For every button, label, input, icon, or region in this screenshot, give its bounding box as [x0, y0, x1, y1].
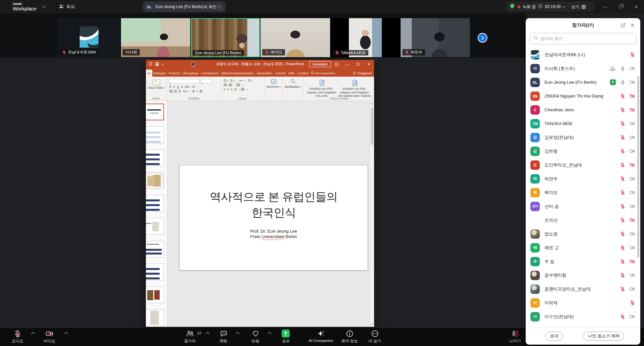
participant-row[interactable]: 이이서희 (호스트) [526, 62, 640, 75]
tab-shared-screen[interactable]: EL Eun-Jeung Lee (FU Berlin)의 화면 ⋯ [143, 1, 226, 12]
scroll-down-arrow-icon[interactable]: ▼ [370, 323, 374, 326]
ppt-minimize-button[interactable]: — [342, 60, 353, 69]
participant-row[interactable]: ELEun-Jeung Lee (FU Berlin) [526, 75, 640, 89]
participant-row[interactable]: TMTANAKA MOE [526, 117, 640, 130]
participant-row[interactable]: 김김하령 [526, 144, 640, 158]
share-button[interactable]: 공유 [267, 330, 304, 344]
participant-row[interactable]: 2N256304 Nguyen Thi Hai Giang [526, 89, 640, 103]
participants-button[interactable]: 27 참가자 [171, 330, 208, 344]
screen-tab-more-button[interactable]: ⋯ [216, 3, 223, 10]
unmute-self-button[interactable]: 나만 음소거 해제 [583, 332, 624, 341]
participants-scrollbar-thumb[interactable] [637, 76, 639, 258]
ribbon-collapse-chevron-icon[interactable]: ⌃ [370, 97, 373, 100]
scroll-up-arrow-icon[interactable]: ▲ [370, 102, 374, 105]
participant-row[interactable]: 박박찬우 [526, 172, 640, 186]
video-tile-4[interactable]: 백지민 [260, 18, 330, 57]
security-shield-icon[interactable] [509, 3, 515, 10]
ppt-tab-entwurf[interactable]: Entwurf [168, 70, 181, 77]
participant-row[interactable]: 백백지민 [526, 186, 640, 199]
participant-row[interactable]: 김김유정(전남대) [526, 130, 640, 144]
participant-row[interactable]: 이이수인(전남대) [526, 310, 640, 323]
paragraph-indent-buttons[interactable]: | [222, 83, 263, 87]
paragraph-list-buttons[interactable]: ☰☱| ≔|⇅ [222, 78, 263, 83]
slide-thumbnail-8[interactable] [146, 264, 164, 280]
participant-row[interactable]: 양소영 [526, 227, 640, 241]
view-grid-icon[interactable] [582, 5, 586, 9]
video-button[interactable]: 비디오 [31, 330, 68, 344]
font-style-buttons[interactable]: FKUSabcAV [168, 84, 219, 89]
filmstrip-next-button[interactable] [478, 33, 487, 43]
scrollbar-thumb[interactable] [371, 108, 373, 145]
paragraph-align-buttons[interactable]: ≡≡≡≣| [222, 87, 263, 91]
ppt-tab-acrobat[interactable]: Acrobat [296, 70, 310, 77]
panel-close-icon[interactable]: ✕ [630, 23, 635, 28]
video-tile-1[interactable]: 전남대국문과BK [58, 18, 120, 57]
font-size-combobox[interactable] [201, 79, 212, 83]
timer-chevron-down-icon[interactable] [563, 5, 565, 7]
slide-thumbnail-7[interactable] [146, 241, 164, 258]
popout-icon[interactable] [620, 23, 626, 28]
chat-button[interactable]: 채팅 [205, 330, 242, 344]
slide-thumbnail-3[interactable] [146, 149, 164, 166]
video-tile-3[interactable]: Eun-Jeung Lee (FU Berlin) [191, 18, 260, 57]
font-name-combobox[interactable] [169, 79, 200, 83]
participant-row[interactable]: 손의선 [526, 213, 640, 227]
ppt-tab-einf-gen[interactable]: Einfügen [152, 70, 168, 77]
view-label[interactable]: 보기 [571, 4, 579, 10]
ppt-tab--berg-nge[interactable]: Übergänge [181, 70, 200, 77]
slide-thumbnail-6[interactable] [146, 218, 164, 235]
ppt-tab-animationen[interactable]: Animationen [200, 70, 220, 77]
participant-row[interactable]: 응우옌티항 [526, 268, 640, 282]
slide-thumbnail-2[interactable] [146, 126, 164, 143]
participant-row[interactable]: 선미선미 송 [526, 199, 640, 213]
font-button-s[interactable]: S [181, 85, 183, 88]
more-button[interactable]: 더 보기 [356, 330, 393, 344]
font-button-abc[interactable]: abc [185, 85, 190, 88]
ppt-maximize-button[interactable] [353, 60, 363, 69]
video-tile-6[interactable]: 박찬우 [401, 18, 470, 57]
participant-search-input[interactable]: 참가자 찾기 [530, 33, 636, 44]
quick-access-customize-icon[interactable]: ≡ [162, 63, 163, 66]
new-slide-button[interactable]: Neue Folie [147, 78, 165, 89]
ppt-tab--berpr-fen[interactable]: Überprüfen [255, 70, 274, 77]
acrobat-create-pdf-link-button[interactable]: Erstellen von PDF-Dateien und Freigeben … [307, 80, 336, 98]
video-tile-5[interactable]: TANAKA MOE [331, 18, 400, 57]
participant-row[interactable]: 도도안투타오_전남대 [526, 158, 640, 172]
slide-thumbnail-9[interactable] [146, 286, 164, 303]
edit-button[interactable]: Bearbeiten [283, 77, 304, 101]
slide-thumbnail-5[interactable] [146, 195, 164, 212]
participant-row[interactable]: 예예린 고 [526, 241, 640, 255]
tab-meeting[interactable]: 회의 [59, 4, 75, 10]
ppt-tab-art[interactable]: art [146, 70, 152, 77]
ppt-share-button[interactable]: Freigeben [350, 70, 374, 77]
font-button-k[interactable]: K [173, 85, 175, 88]
save-icon[interactable] [155, 61, 159, 67]
participant-row[interactable]: CCheolhan Jeon [526, 103, 640, 117]
ppt-tab-bildschirmpr-sentation[interactable]: Bildschirmpräsentation [220, 70, 255, 77]
autosave-refresh-icon[interactable] [149, 61, 153, 67]
video-tile-2[interactable]: 이서희 [121, 18, 190, 57]
font-extra-buttons[interactable]: AAa | AA [168, 89, 219, 93]
slide-thumbnail-4[interactable] [146, 172, 164, 189]
ppt-signin-button[interactable]: Anmelden [309, 61, 331, 67]
draw-button[interactable]: Zeichnen [265, 77, 283, 101]
font-button-av[interactable]: AV [192, 85, 196, 88]
minimize-button[interactable]: — [598, 0, 613, 13]
slide-canvas[interactable]: 역사적으로 본 유럽인들의 한국인식 Prof. Dr. Eun-Jeung L… [179, 165, 368, 270]
font-button-f[interactable]: F [169, 85, 171, 88]
ppt-tab-ansicht[interactable]: Ansicht [274, 70, 287, 77]
invite-button[interactable]: 초대 [545, 332, 563, 341]
ribbon-display-options-icon[interactable] [331, 60, 342, 69]
audio-button[interactable]: 오디오 [0, 330, 36, 344]
participant-row[interactable]: 전남대국문과BK (나) [526, 48, 640, 62]
ppt-tab-hilfe[interactable]: Hilfe [287, 70, 296, 77]
ppt-tab-tell-me[interactable]: Sie wünschen.. [310, 70, 338, 77]
font-button-u[interactable]: U [177, 85, 179, 88]
ppt-close-button[interactable]: ✕ [363, 60, 374, 69]
slide-thumbnail-10[interactable] [146, 309, 164, 326]
slide-thumbnail-1[interactable] [146, 104, 164, 120]
participant-row[interactable]: 응웬티프엉타오_전남대 [526, 282, 640, 296]
participant-row[interactable]: 우우 등 [526, 255, 640, 268]
close-button[interactable]: ✕ [629, 0, 644, 13]
editor-vertical-scrollbar[interactable]: ▲ ▼ [370, 101, 374, 327]
